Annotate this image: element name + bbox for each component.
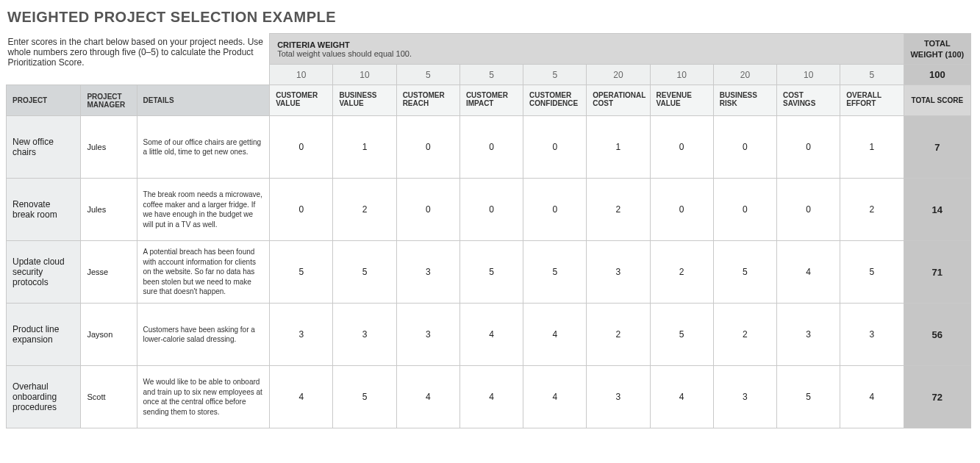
score-cell: 3 <box>333 304 396 366</box>
weight-cell: 10 <box>270 65 333 85</box>
score-cell: 1 <box>333 116 396 179</box>
column-headers-row: PROJECT PROJECT MANAGER DETAILS CUSTOMER… <box>7 85 971 116</box>
score-cell: 3 <box>713 366 776 428</box>
score-cell: 0 <box>650 116 713 179</box>
weight-cell: 10 <box>333 65 396 85</box>
project-name: Overhaul onboarding procedures <box>7 366 81 428</box>
weight-cell: 5 <box>459 65 523 85</box>
score-cell: 2 <box>333 179 396 241</box>
project-name: Product line expansion <box>7 304 81 366</box>
weight-cell: 5 <box>396 65 459 85</box>
row-total: 72 <box>904 366 970 428</box>
score-cell: 0 <box>777 179 840 241</box>
project-manager: Jayson <box>81 304 137 366</box>
instructions-text: Enter scores in the chart below based on… <box>7 34 270 85</box>
row-total: 7 <box>904 116 970 179</box>
criteria-weight-band: CRITERIA WEIGHT Total weight values shou… <box>270 34 904 65</box>
header-criterion: BUSINESS VALUE <box>333 85 396 116</box>
score-cell: 2 <box>650 241 713 304</box>
score-cell: 0 <box>459 179 523 241</box>
table-row: Renovate break room Jules The break room… <box>7 179 971 241</box>
project-manager: Jesse <box>81 241 137 304</box>
score-cell: 0 <box>396 179 459 241</box>
score-cell: 2 <box>713 304 776 366</box>
header-total-score: TOTAL SCORE <box>904 85 970 116</box>
project-details: Some of our office chairs are getting a … <box>137 116 270 179</box>
score-cell: 4 <box>650 366 713 428</box>
header-criterion: CUSTOMER VALUE <box>270 85 333 116</box>
weight-cell: 5 <box>840 65 904 85</box>
weight-cell: 20 <box>713 65 776 85</box>
header-details: DETAILS <box>137 85 270 116</box>
score-cell: 0 <box>777 116 840 179</box>
project-manager: Scott <box>81 366 137 428</box>
header-criterion: REVENUE VALUE <box>650 85 713 116</box>
score-cell: 0 <box>713 179 776 241</box>
score-cell: 0 <box>459 116 523 179</box>
weight-cell: 20 <box>587 65 650 85</box>
criteria-weight-label: CRITERIA WEIGHT <box>277 40 895 49</box>
score-cell: 3 <box>840 304 904 366</box>
weight-cell: 10 <box>650 65 713 85</box>
score-cell: 0 <box>650 179 713 241</box>
project-manager: Jules <box>81 116 137 179</box>
score-cell: 1 <box>587 116 650 179</box>
score-cell: 5 <box>713 241 776 304</box>
score-cell: 5 <box>459 241 523 304</box>
score-cell: 5 <box>333 241 396 304</box>
selection-matrix: Enter scores in the chart below based on… <box>6 33 971 428</box>
score-cell: 0 <box>270 116 333 179</box>
score-cell: 4 <box>270 366 333 428</box>
header-criterion: CUSTOMER IMPACT <box>459 85 523 116</box>
header-criterion: OVERALL EFFORT <box>840 85 904 116</box>
page-title: WEIGHTED PROJECT SELECTION EXAMPLE <box>7 9 971 26</box>
score-cell: 4 <box>777 241 840 304</box>
score-cell: 3 <box>587 241 650 304</box>
table-row: Product line expansion Jayson Customers … <box>7 304 971 366</box>
weight-cell: 5 <box>523 65 587 85</box>
header-project: PROJECT <box>7 85 81 116</box>
score-cell: 2 <box>587 304 650 366</box>
total-weight-label: TOTAL WEIGHT (100) <box>904 34 970 65</box>
score-cell: 4 <box>523 366 587 428</box>
header-criterion: CUSTOMER REACH <box>396 85 459 116</box>
score-cell: 5 <box>777 366 840 428</box>
header-manager: PROJECT MANAGER <box>81 85 137 116</box>
score-cell: 2 <box>840 179 904 241</box>
score-cell: 3 <box>777 304 840 366</box>
score-cell: 3 <box>587 366 650 428</box>
table-row: New office chairs Jules Some of our offi… <box>7 116 971 179</box>
score-cell: 0 <box>523 179 587 241</box>
score-cell: 5 <box>840 241 904 304</box>
project-details: A potential breach has been found with a… <box>137 241 270 304</box>
project-details: Customers have been asking for a lower-c… <box>137 304 270 366</box>
project-name: Update cloud security protocols <box>7 241 81 304</box>
score-cell: 4 <box>459 366 523 428</box>
score-cell: 0 <box>713 116 776 179</box>
header-criterion: OPERATIONAL COST <box>587 85 650 116</box>
score-cell: 4 <box>840 366 904 428</box>
score-cell: 0 <box>270 179 333 241</box>
criteria-weight-subtext: Total weight values should equal 100. <box>277 49 895 58</box>
score-cell: 3 <box>396 304 459 366</box>
score-cell: 4 <box>396 366 459 428</box>
score-cell: 2 <box>587 179 650 241</box>
row-total: 56 <box>904 304 970 366</box>
project-name: New office chairs <box>7 116 81 179</box>
score-cell: 0 <box>523 116 587 179</box>
row-total: 14 <box>904 179 970 241</box>
score-cell: 1 <box>840 116 904 179</box>
weight-sum: 100 <box>904 65 970 85</box>
score-cell: 3 <box>396 241 459 304</box>
score-cell: 5 <box>650 304 713 366</box>
row-total: 71 <box>904 241 970 304</box>
project-details: The break room needs a microwave, coffee… <box>137 179 270 241</box>
project-manager: Jules <box>81 179 137 241</box>
header-criterion: CUSTOMER CONFIDENCE <box>523 85 587 116</box>
score-cell: 3 <box>270 304 333 366</box>
table-row: Overhaul onboarding procedures Scott We … <box>7 366 971 428</box>
table-row: Update cloud security protocols Jesse A … <box>7 241 971 304</box>
score-cell: 5 <box>333 366 396 428</box>
score-cell: 4 <box>459 304 523 366</box>
score-cell: 5 <box>270 241 333 304</box>
